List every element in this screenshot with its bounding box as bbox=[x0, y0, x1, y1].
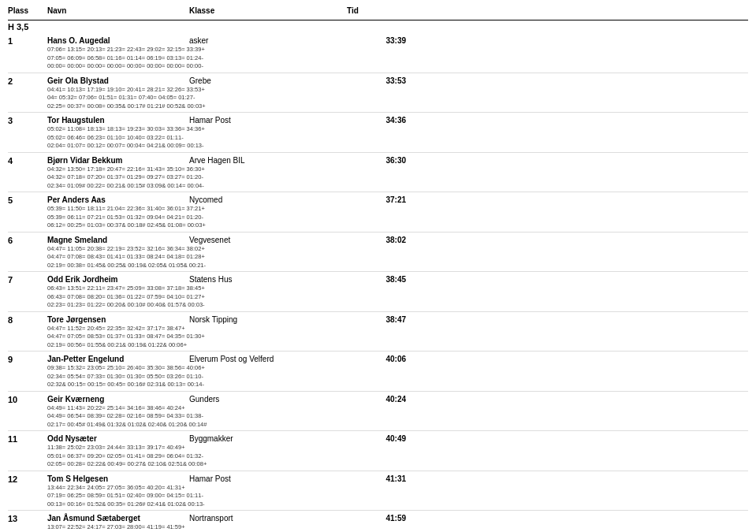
splits-row: 04:49= 06:54= 08:39= 02:28= 02:16= 08:59… bbox=[47, 412, 748, 421]
entry-block: 13Jan Åsmund SætabergetNortransport41:59… bbox=[8, 514, 748, 532]
splits-row: 04:41= 10:13= 17:19= 19:10= 20:41= 28:21… bbox=[47, 86, 748, 95]
competitor-name: Per Anders Aas bbox=[47, 195, 189, 204]
competitor-name: Jan Åsmund Sætaberget bbox=[47, 514, 189, 523]
splits-row: 04:47= 07:05= 08:53= 01:37= 01:33= 08:47… bbox=[47, 333, 748, 341]
column-headers: Plass Navn Klasse Tid bbox=[8, 6, 410, 15]
finish-time: 41:31 bbox=[347, 474, 410, 483]
club-name: Byggmakker bbox=[189, 434, 347, 443]
splits-row: 04:49= 11:43= 20:22= 25:14= 34:16= 38:46… bbox=[47, 404, 748, 413]
competitor-name: Tom S Helgesen bbox=[47, 474, 189, 483]
entry-block: 9Jan-Petter EngelundElverum Post og Velf… bbox=[8, 355, 748, 392]
entry-block: 3Tor HaugstulenHamar Post34:3605:02= 11:… bbox=[8, 116, 748, 153]
entries-list: 1Hans O. Augedalasker33:3907:06= 13:15= … bbox=[8, 36, 748, 532]
competitor-name: Tor Haugstulen bbox=[47, 116, 189, 125]
club-name: Statens Hus bbox=[189, 275, 347, 284]
title-line: Plass Navn Klasse Tid bbox=[8, 6, 748, 20]
finish-time: 38:47 bbox=[347, 315, 410, 324]
splits-row: 04:47= 07:08= 08:43= 01:41= 01:33= 08:24… bbox=[47, 253, 748, 262]
place-number: 1 bbox=[8, 36, 47, 46]
splits-row: 04:32= 13:50= 17:18= 20:47= 22:16= 31:43… bbox=[47, 166, 748, 174]
splits-row: 02:05= 00:28= 02:22& 00:49= 00:27& 02:10… bbox=[47, 460, 748, 469]
splits-row: 07:05= 06:09= 06:58= 01:16= 01:14= 06:19… bbox=[47, 54, 748, 63]
splits-row: 06:12= 00:25= 01:03= 00:37& 00:18# 02:45… bbox=[47, 221, 748, 230]
finish-time: 38:45 bbox=[347, 275, 410, 284]
col-plass: Plass bbox=[8, 6, 47, 15]
entry-main: 6Magne SmelandVegvesenet38:02 bbox=[8, 236, 748, 245]
splits-row: 02:34= 05:54= 07:33= 01:30= 01:30= 05:50… bbox=[47, 373, 748, 381]
splits-row: 00:00= 00:00= 00:00= 00:00= 00:00= 00:00… bbox=[47, 62, 748, 71]
entry-main: 2Geir Ola BlystadGrebe33:53 bbox=[8, 76, 748, 86]
place-number: 5 bbox=[8, 195, 47, 205]
splits-row: 04:47= 11:52= 20:45= 22:35= 32:42= 37:17… bbox=[47, 325, 748, 333]
splits-row: 06:43= 07:08= 08:20= 01:36= 01:22= 07:59… bbox=[47, 293, 748, 302]
entry-main: 5Per Anders AasNycomed37:21 bbox=[8, 195, 748, 205]
page: Plass Navn Klasse Tid H 3,5 1Hans O. Aug… bbox=[0, 0, 756, 532]
finish-time: 41:59 bbox=[347, 514, 410, 523]
entry-main: 11Odd NysæterByggmakker40:49 bbox=[8, 434, 748, 444]
entry-block: 2Geir Ola BlystadGrebe33:5304:41= 10:13=… bbox=[8, 76, 748, 113]
splits-row: 05:01= 06:37= 09:20= 02:05= 01:41= 08:29… bbox=[47, 452, 748, 461]
club-name: Gunders bbox=[189, 395, 347, 404]
entry-block: 10Geir KværnengGunders40:2404:49= 11:43=… bbox=[8, 395, 748, 432]
splits-row: 05:39= 11:50= 18:11= 21:04= 22:36= 31:40… bbox=[47, 205, 748, 214]
competitor-name: Jan-Petter Engelund bbox=[47, 355, 189, 363]
club-name: Hamar Post bbox=[189, 116, 347, 125]
finish-time: 40:24 bbox=[347, 395, 410, 404]
competitor-name: Tore Jørgensen bbox=[47, 315, 189, 324]
entry-main: 8Tore JørgensenNorsk Tipping38:47 bbox=[8, 315, 748, 325]
splits-row: 13:07= 22:52= 24:17= 27:03= 28:00= 41:19… bbox=[47, 523, 748, 532]
club-name: asker bbox=[189, 36, 347, 45]
competitor-name: Magne Smeland bbox=[47, 236, 189, 244]
splits-row: 04:32= 07:18= 07:20= 01:37= 01:29= 09:27… bbox=[47, 173, 748, 182]
competitor-name: Hans O. Augedal bbox=[47, 36, 189, 45]
splits-row: 02:19= 00:38= 01:45& 00:25& 00:19& 02:05… bbox=[47, 262, 748, 270]
place-number: 10 bbox=[8, 395, 47, 404]
entry-block: 5Per Anders AasNycomed37:2105:39= 11:50=… bbox=[8, 195, 748, 233]
splits-row: 07:06= 13:15= 20:13= 21:23= 22:43= 29:02… bbox=[47, 46, 748, 54]
entry-main: 3Tor HaugstulenHamar Post34:36 bbox=[8, 116, 748, 125]
place-number: 3 bbox=[8, 116, 47, 125]
entry-block: 8Tore JørgensenNorsk Tipping38:4704:47= … bbox=[8, 315, 748, 352]
finish-time: 40:06 bbox=[347, 355, 410, 363]
place-number: 13 bbox=[8, 514, 47, 523]
page-header: Plass Navn Klasse Tid H 3,5 bbox=[8, 6, 748, 32]
splits-row: 11:38= 25:02= 23:03= 24:44= 33:13= 39:17… bbox=[47, 444, 748, 452]
finish-time: 33:53 bbox=[347, 76, 410, 85]
splits-row: 06:43= 13:51= 22:11= 23:47= 25:09= 33:08… bbox=[47, 285, 748, 293]
place-number: 8 bbox=[8, 315, 47, 325]
club-name: Vegvesenet bbox=[189, 236, 347, 244]
competitor-name: Geir Kværneng bbox=[47, 395, 189, 404]
splits-row: 00:13= 00:16= 01:52& 00:35= 01:26# 02:41… bbox=[47, 500, 748, 509]
place-number: 2 bbox=[8, 76, 47, 86]
place-number: 11 bbox=[8, 434, 47, 444]
club-name: Norsk Tipping bbox=[189, 315, 347, 324]
finish-time: 33:39 bbox=[347, 36, 410, 45]
club-name: Nortransport bbox=[189, 514, 347, 523]
col-navn: Navn bbox=[47, 6, 189, 15]
splits-row: 02:34= 01:09# 00:22= 00:21& 00:15# 03:09… bbox=[47, 182, 748, 191]
club-name: Grebe bbox=[189, 76, 347, 85]
splits-row: 04= 05:32= 07:06= 01:51= 01:31= 07:40= 0… bbox=[47, 94, 748, 102]
col-klasse: Klasse bbox=[189, 6, 347, 15]
splits-row: 02:32& 00:15= 00:15= 00:45= 00:16# 02:31… bbox=[47, 381, 748, 389]
entry-main: 7Odd Erik JordheimStatens Hus38:45 bbox=[8, 275, 748, 285]
entry-main: 9Jan-Petter EngelundElverum Post og Velf… bbox=[8, 355, 748, 364]
splits-row: 07:19= 06:25= 08:59= 01:51= 02:40= 09:00… bbox=[47, 492, 748, 500]
finish-time: 36:30 bbox=[347, 156, 410, 165]
splits-row: 02:17= 00:45# 01:49& 01:32& 01:02& 02:40… bbox=[47, 421, 748, 430]
splits-row: 05:02= 06:46= 06:23= 01:10= 10:40= 03:22… bbox=[47, 134, 748, 143]
splits-row: 09:38= 15:32= 23:05= 25:10= 26:40= 35:30… bbox=[47, 364, 748, 373]
club-name: Elverum Post og Velferd bbox=[189, 355, 347, 363]
club-name: Nycomed bbox=[189, 195, 347, 204]
entry-main: 10Geir KværnengGunders40:24 bbox=[8, 395, 748, 404]
finish-time: 38:02 bbox=[347, 236, 410, 244]
entry-block: 6Magne SmelandVegvesenet38:0204:47= 11:0… bbox=[8, 236, 748, 273]
splits-row: 02:23= 01:23= 01:22= 00:20& 00:10# 00:40… bbox=[47, 301, 748, 310]
splits-row: 13:44= 22:34= 24:05= 27:05= 36:05= 40:20… bbox=[47, 484, 748, 493]
club-name: Arve Hagen BIL bbox=[189, 156, 347, 165]
competitor-name: Geir Ola Blystad bbox=[47, 76, 189, 85]
finish-time: 40:49 bbox=[347, 434, 410, 443]
splits-row: 05:39= 06:11= 07:21= 01:53= 01:32= 09:04… bbox=[47, 214, 748, 222]
place-number: 6 bbox=[8, 236, 47, 245]
splits-row: 04:47= 11:05= 20:38= 22:19= 23:52= 32:16… bbox=[47, 245, 748, 254]
